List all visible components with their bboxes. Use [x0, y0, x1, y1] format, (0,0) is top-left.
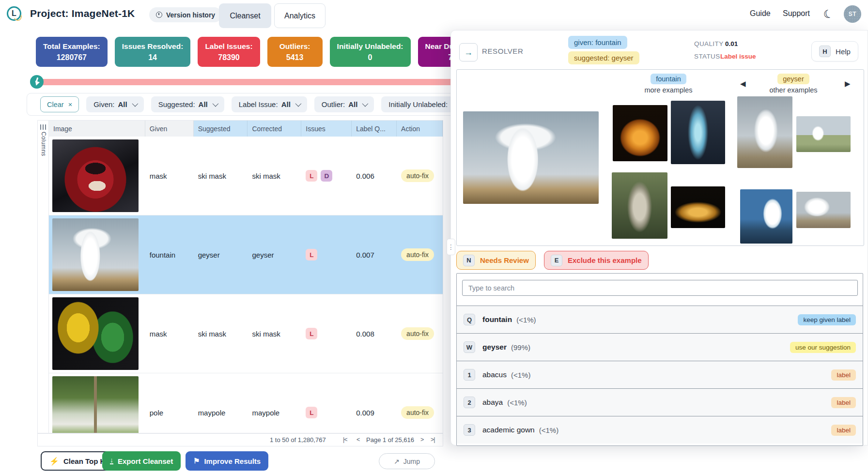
- use-suggestion-badge[interactable]: use our suggestion: [790, 342, 856, 353]
- column-header-issues[interactable]: Issues: [301, 121, 352, 137]
- option-key-chip: 3: [464, 424, 475, 436]
- selected-example-image[interactable]: [463, 111, 599, 204]
- table-row[interactable]: mask ski mask ski mask L D 0.006 auto-fi…: [49, 137, 443, 215]
- fountain-example-image[interactable]: [671, 186, 725, 228]
- geyser-example-image[interactable]: [796, 192, 851, 228]
- chevron-down-icon: [132, 101, 138, 107]
- column-header-suggested[interactable]: Suggested: [194, 121, 248, 137]
- option-label-abaya[interactable]: 2 abaya (<1%) label: [457, 388, 863, 416]
- row-image-thumbnail[interactable]: [52, 218, 139, 291]
- keep-given-label-badge[interactable]: keep given label: [798, 314, 856, 325]
- table-row[interactable]: mask ski mask ski mask L 0.008 auto-fix: [49, 294, 443, 373]
- quality-value: 0.01: [725, 40, 738, 47]
- prev-page-icon[interactable]: <: [356, 436, 359, 443]
- columns-rail-toggle[interactable]: Columns: [37, 120, 49, 433]
- help-button[interactable]: H Help: [811, 41, 858, 61]
- column-header-corrected[interactable]: Corrected: [248, 121, 301, 137]
- row-image-thumbnail[interactable]: [52, 297, 139, 370]
- stat-outliers: Outliers:5413: [267, 37, 323, 67]
- needs-review-button[interactable]: N Needs Review: [456, 251, 536, 270]
- filter-suggested[interactable]: Suggested:All: [151, 96, 224, 112]
- guide-link[interactable]: Guide: [750, 9, 771, 18]
- stat-total-examples: Total Examples:1280767: [36, 37, 108, 67]
- auto-fix-badge[interactable]: auto-fix: [401, 248, 434, 261]
- label-options-list: Q fountain (<1%) keep given label W geys…: [457, 306, 863, 444]
- label-issue-badge: L: [306, 328, 317, 339]
- table-row-selected[interactable]: fountain geyser geyser L 0.007 auto-fix: [49, 215, 443, 294]
- dark-mode-moon-icon[interactable]: ☾: [822, 7, 835, 22]
- table-row[interactable]: pole maypole maypole L 0.009 auto-fix: [49, 373, 443, 433]
- needs-review-key-chip: N: [463, 255, 475, 266]
- column-header-given[interactable]: Given: [145, 121, 194, 137]
- exclude-key-chip: E: [551, 255, 562, 266]
- pagination-range: 1 to 50 of 1,280,767: [270, 436, 326, 444]
- geyser-examples-header: geyser other examples: [738, 74, 849, 94]
- export-cleanset-button[interactable]: ↓ Export Cleanset: [102, 451, 181, 471]
- label-badge[interactable]: label: [831, 425, 856, 436]
- geyser-tag: geyser: [777, 74, 809, 84]
- clock-icon: [156, 12, 162, 18]
- geyser-example-image[interactable]: [796, 116, 851, 152]
- auto-fix-badge[interactable]: auto-fix: [401, 169, 434, 182]
- option-key-chip: W: [464, 341, 475, 353]
- broom-progress-icon: [30, 75, 44, 89]
- option-key-chip: Q: [464, 314, 475, 325]
- option-keep-given-label[interactable]: Q fountain (<1%) keep given label: [457, 306, 863, 333]
- label-badge[interactable]: label: [831, 369, 856, 381]
- stats-row: Total Examples:1280767 Issues Resolved:1…: [36, 37, 492, 67]
- last-page-icon[interactable]: >|: [431, 436, 435, 443]
- app-logo-icon: L: [7, 6, 21, 21]
- auto-fix-badge[interactable]: auto-fix: [401, 327, 434, 340]
- option-use-suggestion[interactable]: W geyser (99%) use our suggestion: [457, 333, 863, 361]
- clear-label: Clear: [47, 101, 64, 108]
- column-header-action[interactable]: Action: [397, 121, 443, 137]
- fountain-tag: fountain: [651, 74, 686, 84]
- tab-analytics[interactable]: Analytics: [274, 3, 326, 28]
- option-label-abacus[interactable]: 1 abacus (<1%) label: [457, 361, 863, 388]
- filter-given[interactable]: Given:All: [86, 96, 144, 112]
- suggested-label-badge: suggested: geyser: [568, 51, 639, 64]
- panel-resize-handle[interactable]: ⋮: [447, 239, 455, 255]
- example-comparison-box: fountain more examples ◀ geyser other ex…: [456, 69, 864, 246]
- support-link[interactable]: Support: [783, 9, 810, 18]
- first-page-icon[interactable]: |<: [343, 436, 347, 443]
- pagination-page: Page 1 of 25,616: [366, 436, 414, 444]
- columns-rail-label: Columns: [40, 132, 47, 156]
- duplicate-issue-badge: D: [321, 170, 332, 182]
- jump-button[interactable]: ↗ Jump: [379, 453, 435, 469]
- next-examples-icon[interactable]: ▶: [845, 79, 851, 88]
- filter-outlier[interactable]: Outlier:All: [314, 96, 374, 112]
- exclude-example-button[interactable]: E Exclude this example: [544, 251, 649, 270]
- filter-label-issue[interactable]: Label Issue:All: [232, 96, 307, 112]
- quality-label: QUALITY: [694, 40, 724, 47]
- jump-arrow-icon: ↗: [394, 458, 400, 465]
- clear-filters-button[interactable]: Clear ×: [40, 96, 79, 112]
- resolver-panel: ⋮ → RESOLVER given: fountain suggested: …: [450, 30, 868, 445]
- next-page-icon[interactable]: >: [420, 436, 423, 443]
- improve-results-button[interactable]: ⚑ Improve Results: [186, 451, 268, 471]
- row-image-thumbnail[interactable]: [52, 376, 139, 433]
- option-label-academic-gown[interactable]: 3 academic gown (<1%) label: [457, 416, 863, 444]
- status-label: STATUS: [694, 53, 720, 60]
- fountain-example-image[interactable]: [612, 172, 667, 239]
- column-header-label-quality[interactable]: Label Q...: [352, 121, 397, 137]
- label-issue-badge: L: [306, 170, 317, 182]
- row-image-thumbnail[interactable]: [52, 139, 139, 212]
- close-resolver-button[interactable]: →: [459, 43, 478, 61]
- pagination-bar: 1 to 50 of 1,280,767 |< < Page 1 of 25,6…: [37, 433, 443, 446]
- search-input[interactable]: [462, 280, 858, 296]
- column-header-image[interactable]: Image: [49, 121, 145, 137]
- close-icon: ×: [68, 101, 72, 108]
- fountain-example-image[interactable]: [613, 105, 667, 161]
- geyser-example-image[interactable]: [737, 96, 792, 168]
- label-badge[interactable]: label: [831, 397, 856, 408]
- page-title: Project: ImageNet-1K: [30, 8, 135, 19]
- version-history-button[interactable]: Version history: [149, 7, 222, 22]
- fountain-example-image[interactable]: [671, 101, 725, 164]
- arrow-right-icon: →: [464, 47, 473, 58]
- tab-cleanset[interactable]: Cleanset: [219, 3, 271, 28]
- auto-fix-badge[interactable]: auto-fix: [401, 406, 434, 419]
- stat-initially-unlabeled: Initially Unlabeled:0: [330, 37, 411, 67]
- user-avatar[interactable]: ST: [844, 5, 861, 23]
- geyser-example-image[interactable]: [740, 189, 792, 244]
